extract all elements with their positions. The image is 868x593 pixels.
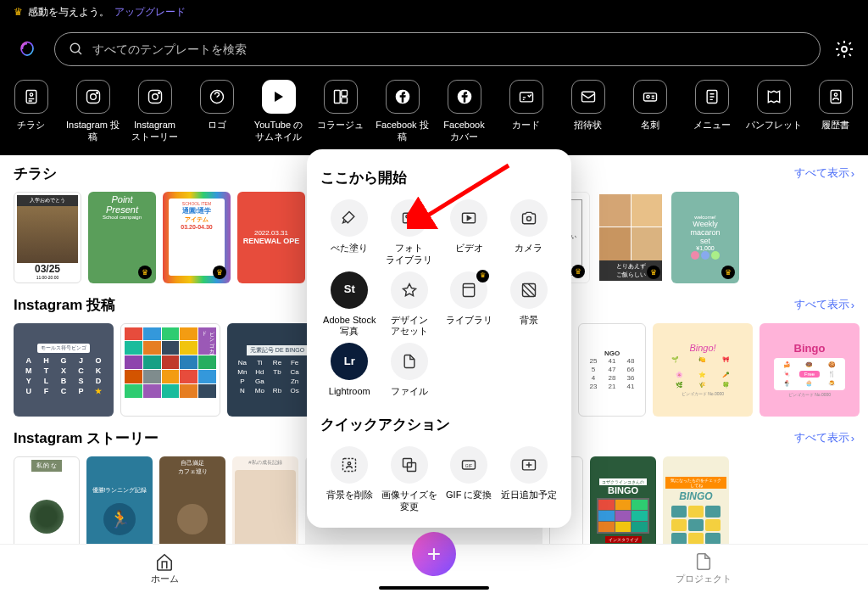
modal-item-gif[interactable]: GIFGIF に変換 [440, 446, 498, 513]
template-card[interactable]: SCHOOL ITEM通園!通学アイテム03.20-04.30♛ [163, 192, 231, 283]
category-label: パンフレット [746, 119, 802, 131]
svg-rect-16 [520, 92, 532, 102]
category-label: Facebookカバー [443, 119, 484, 143]
soon-icon [510, 446, 548, 484]
fb-icon [386, 80, 420, 114]
svg-rect-18 [643, 93, 656, 101]
template-card[interactable]: 入学おめでとう03/2511:00-20:00 [14, 192, 81, 283]
modal-item-label: 近日追加予定 [501, 490, 557, 501]
modal-item-soon[interactable]: 近日追加予定 [500, 446, 559, 513]
view-all-story[interactable]: すべて表示› [794, 430, 854, 445]
view-all-flyer[interactable]: すべて表示› [794, 165, 854, 181]
category-label: Instagramストーリー [131, 119, 178, 143]
category-flyer[interactable]: チラシ [0, 80, 62, 143]
app-logo[interactable] [14, 36, 41, 63]
category-menu[interactable]: メニュー [681, 80, 743, 143]
template-card[interactable]: Bingo🍰🍩🍪🍬Free🍴🍨🧁🍮ビンゴカード No.0000 [760, 323, 860, 417]
category-biz[interactable]: 名刺 [619, 80, 681, 143]
modal-item-file[interactable]: ファイル [381, 343, 439, 398]
template-card[interactable]: PointPresentSchool campaign♛ [88, 192, 156, 283]
collage-icon [324, 80, 358, 114]
template-card[interactable]: Bingo!🌱🍋🎀🌸⭐🥕🌿🌾🍀ビンゴカード No.0000 [653, 323, 753, 417]
svg-rect-12 [341, 91, 347, 97]
modal-title-quick: クイックアクション [320, 415, 558, 434]
category-label: 名刺 [641, 119, 659, 131]
search-input[interactable] [92, 42, 806, 56]
category-label: メニュー [693, 119, 731, 131]
modal-title-start: ここから開始 [320, 168, 558, 187]
logo-icon [200, 80, 234, 114]
modal-item-lib[interactable]: ♛ライブラリ [440, 271, 498, 338]
bg-icon [510, 271, 548, 309]
camera-icon [510, 199, 548, 237]
modal-item-label: 画像サイズを変更 [381, 490, 437, 513]
modal-item-label: GIF に変換 [446, 490, 492, 501]
modal-item-st[interactable]: StAdobe Stock写真 [320, 271, 379, 338]
ig-icon [76, 80, 110, 114]
modal-item-label: Lightroom [329, 386, 370, 398]
category-resume[interactable]: 履歴書 [804, 80, 866, 143]
flyer-icon [14, 80, 48, 114]
section-title-ig: Instagram 投稿 [14, 295, 115, 315]
modal-item-fill[interactable]: べた塗り [320, 199, 379, 266]
yt-icon [262, 80, 296, 114]
template-card[interactable]: ビンゴカード [120, 323, 220, 417]
invite-icon [571, 80, 605, 114]
category-collage[interactable]: コラージュ [309, 80, 371, 143]
resume-icon [819, 80, 853, 114]
view-all-ig[interactable]: すべて表示› [794, 297, 854, 312]
template-card[interactable]: モールス符号ビンゴ AHGJO MTXCK YLBSD UFCP★ [14, 323, 114, 417]
category-card[interactable]: カード [495, 80, 557, 143]
upgrade-link[interactable]: アップグレード [114, 5, 186, 20]
template-card[interactable]: 2022.03.31RENEWAL OPE [237, 192, 305, 283]
svg-point-30 [348, 462, 351, 464]
category-ig[interactable]: Instagramストーリー [124, 80, 186, 143]
category-broch[interactable]: パンフレット [743, 80, 804, 143]
modal-item-label: 背景 [520, 315, 538, 327]
lr-icon: Lr [331, 343, 368, 380]
modal-item-label: カメラ [515, 243, 542, 255]
modal-item-label: フォトライブラリ [386, 243, 432, 266]
modal-item-label: ライブラリ [446, 315, 492, 327]
modal-item-video[interactable]: ビデオ [440, 199, 498, 266]
fab-add[interactable]: + [412, 532, 456, 576]
svg-point-26 [526, 216, 531, 221]
video-icon [450, 199, 487, 237]
template-card[interactable]: welcome!Weeklymacaronset¥1,000♛ [671, 192, 739, 283]
modal-item-label: Adobe Stock写真 [323, 315, 376, 338]
svg-rect-13 [341, 98, 347, 103]
category-label: 招待状 [574, 119, 602, 131]
category-fb[interactable]: Facebookカバー [433, 80, 495, 143]
modal-item-removebg[interactable]: 背景を削除 [320, 446, 379, 513]
nav-home[interactable]: ホーム [80, 552, 249, 585]
svg-rect-27 [464, 283, 475, 296]
resize-icon [391, 446, 428, 484]
gear-icon[interactable] [834, 39, 854, 59]
start-modal: ここから開始 べた塗りフォトライブラリビデオカメラStAdobe Stock写真… [307, 149, 571, 528]
category-logo[interactable]: ロゴ [186, 80, 248, 143]
category-ig[interactable]: Instagram 投稿 [62, 80, 124, 143]
modal-item-camera[interactable]: カメラ [500, 199, 559, 266]
modal-item-bg[interactable]: 背景 [500, 271, 559, 338]
st-icon: St [331, 271, 368, 309]
crown-icon: ♛ [14, 6, 23, 18]
template-card[interactable]: とりあえずご飯らしい♛ [597, 192, 665, 283]
category-invite[interactable]: 招待状 [557, 80, 619, 143]
svg-point-0 [70, 43, 80, 53]
svg-point-24 [406, 215, 409, 218]
ig-icon [138, 80, 172, 114]
section-title-flyer: チラシ [14, 164, 57, 183]
svg-point-6 [96, 92, 97, 94]
template-card[interactable]: NGO2541485476642836232141 [578, 323, 646, 417]
svg-point-9 [158, 92, 159, 94]
nav-project[interactable]: プロジェクト [619, 552, 788, 585]
category-strip[interactable]: チラシInstagram 投稿InstagramストーリーロゴYouTube の… [0, 75, 868, 155]
modal-item-label: ビデオ [455, 243, 483, 255]
category-yt[interactable]: YouTube のサムネイル [248, 80, 309, 143]
category-fb[interactable]: Facebook 投稿 [371, 80, 433, 143]
modal-item-lr[interactable]: LrLightroom [320, 343, 379, 398]
modal-item-resize[interactable]: 画像サイズを変更 [381, 446, 439, 513]
modal-item-asset[interactable]: デザインアセット [381, 271, 439, 338]
modal-item-photo[interactable]: フォトライブラリ [381, 199, 439, 266]
search-bar[interactable] [54, 32, 821, 66]
